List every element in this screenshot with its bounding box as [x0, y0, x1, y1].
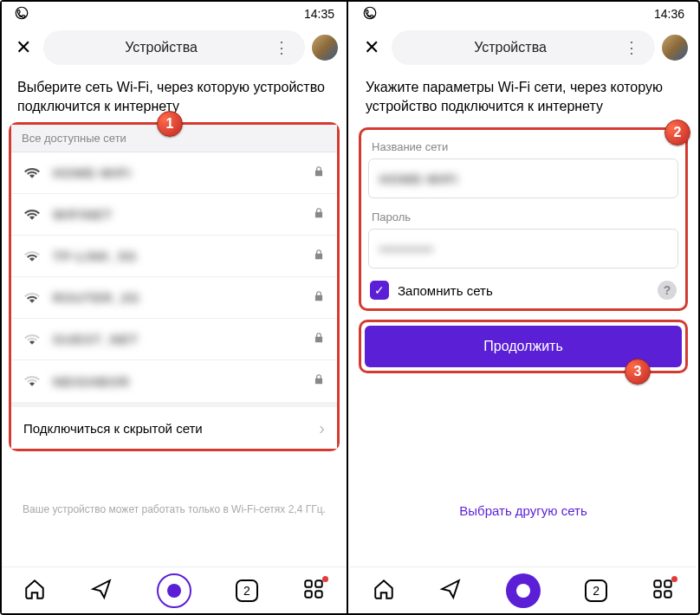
- avatar[interactable]: [662, 35, 688, 61]
- whatsapp-icon: [362, 5, 378, 23]
- network-name: TP-LINK_5G: [53, 249, 313, 263]
- network-row[interactable]: ROUTER_2G: [11, 277, 337, 319]
- password-input[interactable]: ••••••••••: [368, 229, 678, 269]
- svg-rect-1: [305, 580, 312, 587]
- callout-badge-1: 1: [157, 111, 183, 137]
- remember-row: ✓ Запомнить сеть ?: [368, 281, 678, 300]
- nav-home-icon[interactable]: [23, 578, 46, 604]
- nav-tabs-icon[interactable]: 2: [585, 579, 607, 602]
- nav-send-icon[interactable]: [90, 578, 113, 604]
- svg-rect-2: [315, 580, 322, 587]
- network-name-value: HOME-WIFI: [379, 172, 458, 186]
- network-row[interactable]: GUEST_NET: [11, 319, 337, 360]
- nav-home-icon[interactable]: [373, 578, 395, 604]
- callout-badge-2: 2: [664, 120, 690, 146]
- network-name-label: Название сети: [372, 140, 675, 153]
- wifi-icon: [23, 332, 41, 347]
- network-name: WIFINET: [53, 207, 313, 222]
- network-name: ROUTER_2G: [53, 290, 313, 305]
- lock-icon: [313, 249, 325, 264]
- nav-services-icon[interactable]: [302, 578, 325, 604]
- screen-wifi-params: 14:36 ✕ Устройства ⋮ Укажите параметры W…: [350, 2, 697, 613]
- status-bar: 14:35: [2, 2, 347, 26]
- nav-tabs-icon[interactable]: 2: [236, 579, 258, 602]
- footnote: Ваше устройство может работать только в …: [2, 503, 347, 515]
- help-icon[interactable]: ?: [658, 281, 677, 300]
- close-icon[interactable]: ✕: [359, 36, 385, 59]
- notification-dot: [322, 576, 328, 582]
- remember-checkbox[interactable]: ✓: [370, 281, 389, 300]
- instruction-text: Укажите параметры Wi-Fi сети, через кото…: [350, 69, 697, 122]
- hidden-network-label: Подключиться к скрытой сети: [23, 421, 203, 436]
- whatsapp-icon: [14, 5, 29, 23]
- wifi-icon: [23, 249, 41, 264]
- title-bar: ✕ Устройства ⋮: [350, 26, 697, 69]
- remember-label: Запомнить сеть: [398, 283, 649, 298]
- network-name: HOME-WIFI: [53, 165, 313, 180]
- nav-alice-icon[interactable]: [506, 573, 541, 608]
- status-time: 14:35: [304, 7, 334, 21]
- network-row[interactable]: TP-LINK_5G: [11, 236, 337, 277]
- network-name: NEIGHBOR: [53, 374, 313, 389]
- wifi-icon: [23, 290, 41, 306]
- svg-rect-4: [315, 591, 322, 598]
- nav-services-icon[interactable]: [651, 578, 674, 604]
- wifi-icon: [23, 373, 41, 389]
- network-list-highlight: 1 Все доступные сети HOME-WIFI WIFINET T…: [9, 122, 340, 451]
- screen-select-network: 14:35 ✕ Устройства ⋮ Выберите сеть Wi-Fi…: [2, 2, 348, 613]
- wifi-form-highlight: 2 Название сети HOME-WIFI Пароль •••••••…: [359, 127, 688, 311]
- lock-icon: [313, 290, 325, 306]
- lock-icon: [313, 373, 325, 389]
- callout-badge-3: 3: [625, 359, 651, 385]
- lock-icon: [313, 207, 325, 223]
- nav-send-icon[interactable]: [439, 578, 462, 604]
- lock-icon: [313, 332, 325, 347]
- bottom-nav: 2: [2, 566, 347, 613]
- password-value: ••••••••••: [379, 242, 434, 256]
- network-name: GUEST_NET: [53, 332, 313, 346]
- continue-highlight: Продолжить 3: [359, 320, 688, 373]
- network-row[interactable]: HOME-WIFI: [11, 152, 337, 194]
- svg-rect-6: [655, 580, 662, 587]
- title-pill[interactable]: Устройства ⋮: [43, 30, 305, 65]
- svg-rect-8: [655, 591, 662, 598]
- svg-rect-3: [305, 591, 312, 598]
- network-name-input[interactable]: HOME-WIFI: [368, 159, 678, 198]
- wifi-icon: [23, 207, 41, 223]
- page-title: Устройства: [54, 40, 269, 55]
- status-time: 14:36: [654, 7, 684, 21]
- close-icon[interactable]: ✕: [10, 36, 36, 59]
- chevron-right-icon: ›: [319, 418, 325, 438]
- page-title: Устройства: [402, 40, 619, 55]
- svg-rect-7: [665, 580, 672, 587]
- wifi-icon: [23, 165, 41, 181]
- password-label: Пароль: [372, 210, 675, 223]
- network-row[interactable]: WIFINET: [11, 194, 337, 236]
- nav-alice-icon[interactable]: [157, 573, 191, 608]
- notification-dot: [671, 576, 677, 582]
- choose-other-network-link[interactable]: Выбрать другую сеть: [350, 503, 697, 518]
- avatar[interactable]: [312, 35, 338, 61]
- bottom-nav: 2: [350, 566, 697, 613]
- kebab-icon[interactable]: ⋮: [269, 38, 295, 57]
- status-bar: 14:36: [350, 2, 697, 26]
- title-bar: ✕ Устройства ⋮: [2, 26, 347, 69]
- kebab-icon[interactable]: ⋮: [619, 38, 645, 57]
- title-pill[interactable]: Устройства ⋮: [392, 30, 655, 65]
- lock-icon: [313, 165, 325, 181]
- network-row[interactable]: NEIGHBOR: [11, 360, 337, 402]
- connect-hidden-network[interactable]: Подключиться к скрытой сети ›: [11, 402, 337, 449]
- svg-rect-9: [665, 591, 672, 598]
